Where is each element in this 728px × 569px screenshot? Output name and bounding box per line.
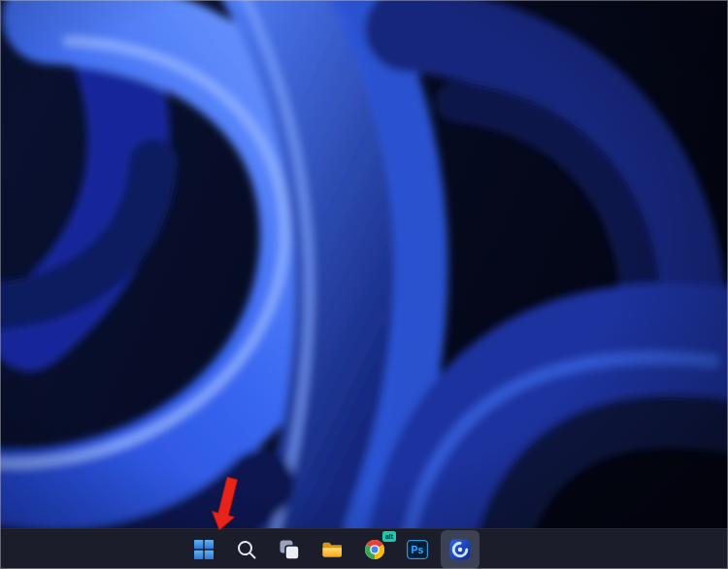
search-button[interactable] xyxy=(227,530,266,569)
search-icon xyxy=(235,538,258,561)
photoshop-button[interactable]: Ps xyxy=(398,530,437,569)
wallpaper-windows11-bloom xyxy=(0,0,728,569)
taskbar: alt Ps xyxy=(0,528,728,569)
start-button[interactable] xyxy=(184,530,223,569)
file-explorer-button[interactable] xyxy=(313,530,351,569)
blue-swirl-app-icon xyxy=(448,538,472,561)
taskbar-icon-group: alt Ps xyxy=(184,530,480,569)
task-view-icon xyxy=(278,538,301,561)
photoshop-icon: Ps xyxy=(406,538,429,561)
chrome-badge: alt xyxy=(382,531,396,542)
windows-start-icon xyxy=(192,538,215,561)
folder-icon xyxy=(320,538,344,561)
photoshop-label: Ps xyxy=(412,544,424,555)
pinned-app-button-active[interactable] xyxy=(441,530,480,569)
desktop: alt Ps xyxy=(0,0,728,569)
chrome-button[interactable]: alt xyxy=(355,530,394,569)
task-view-button[interactable] xyxy=(270,530,309,569)
